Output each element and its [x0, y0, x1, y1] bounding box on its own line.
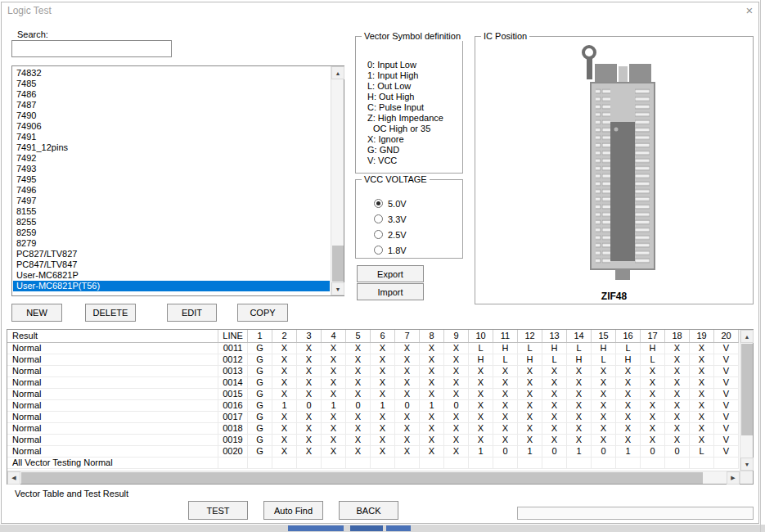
edit-button[interactable]: EDIT [167, 304, 217, 322]
column-header: 14 [567, 330, 592, 342]
table-row[interactable]: Normal0019GXXXXXXXXXXXXXXXXXXV [7, 435, 739, 446]
scrollbar-corner [740, 471, 753, 484]
table-cell: X [346, 377, 371, 388]
copy-button[interactable]: COPY [237, 304, 288, 322]
scroll-down-icon[interactable]: ▼ [740, 458, 754, 471]
scroll-thumb[interactable] [741, 344, 753, 435]
table-row[interactable]: Normal0016G10101010XXXXXXXXXXV [7, 400, 739, 412]
table-cell: X [395, 343, 420, 354]
list-item[interactable]: 8279 [13, 238, 330, 249]
ic-listbox[interactable]: 7483274857486748774907490674917491_12pin… [11, 65, 344, 296]
list-item[interactable]: 74832 [13, 68, 330, 79]
table-row[interactable]: Normal0020GXXXXXXXX101010100LV [7, 446, 739, 458]
close-icon[interactable]: × [741, 3, 758, 18]
scroll-up-icon[interactable]: ▲ [740, 330, 754, 343]
symbol-line: X: Ignore [367, 134, 443, 145]
scroll-right-icon[interactable]: ▶ [727, 471, 740, 485]
auto-find-button[interactable]: Auto Find [263, 501, 323, 520]
table-cell: G [248, 354, 272, 365]
result-table[interactable]: ResultLINE123456789101112131415161718192… [7, 329, 754, 485]
import-button[interactable]: Import [357, 283, 424, 300]
list-item[interactable]: PC847/LTV847 [13, 259, 330, 270]
list-item[interactable]: 8155 [13, 206, 330, 217]
table-row[interactable]: Normal0015GXXXXXXXXXXXXXXXXXXV [7, 389, 739, 400]
vcc-option-label: 1.8V [388, 246, 407, 255]
search-input[interactable] [11, 40, 172, 57]
table-cell: X [518, 389, 542, 399]
list-item[interactable]: 8259 [13, 228, 330, 238]
table-cell: X [322, 377, 346, 388]
list-item[interactable]: User-MC6821P [13, 270, 330, 281]
table-cell [322, 458, 346, 468]
list-item[interactable]: 7495 [13, 174, 330, 185]
list-item[interactable]: 8255 [13, 217, 330, 228]
table-caption: Vector Table and Test Result [15, 489, 128, 498]
scroll-thumb[interactable] [21, 472, 703, 484]
line-cell: 0012 [218, 354, 248, 365]
table-cell: X [493, 366, 518, 376]
scroll-up-icon[interactable]: ▲ [331, 66, 344, 79]
table-cell: G [248, 377, 272, 388]
table-cell: X [395, 446, 420, 457]
vcc-option[interactable]: 1.8V [374, 245, 407, 255]
export-button[interactable]: Export [357, 265, 424, 282]
list-item[interactable]: 7497 [13, 196, 330, 206]
list-item[interactable]: 7487 [13, 100, 330, 110]
list-item[interactable]: 7493 [13, 164, 330, 174]
table-cell [395, 458, 420, 468]
list-scrollbar[interactable]: ▲ ▼ [331, 66, 344, 295]
table-cell [218, 458, 248, 468]
list-item[interactable]: 7491_12pins [13, 142, 330, 153]
result-cell: Normal [7, 435, 218, 445]
vcc-voltage-title: VCC VOLTAGE [362, 174, 430, 184]
taskbar-sliver [0, 525, 765, 532]
table-cell: X [616, 366, 641, 376]
result-cell: Normal [7, 400, 218, 411]
list-item[interactable]: PC827/LTV827 [13, 249, 330, 259]
table-row[interactable]: Normal0013GXXXXXXXXXXXXXXXXXXV [7, 366, 739, 377]
list-item[interactable]: 7485 [13, 79, 330, 89]
vcc-option[interactable]: 3.3V [374, 214, 407, 224]
vcc-option[interactable]: 5.0V [374, 198, 407, 209]
taskbar-item[interactable] [288, 525, 344, 531]
taskbar-item[interactable] [386, 525, 411, 531]
vcc-option[interactable]: 2.5V [374, 229, 407, 240]
test-button[interactable]: TEST [188, 501, 248, 520]
table-cell [420, 458, 444, 468]
table-cell: X [567, 412, 592, 422]
list-item[interactable]: User-MC6821P(T56) [13, 281, 330, 291]
table-cell: X [518, 377, 542, 388]
progress-bar [517, 507, 754, 520]
table-cell: 1 [567, 446, 592, 457]
back-button[interactable]: BACK [339, 501, 398, 520]
table-row[interactable]: Normal0011GXXXXXXXXLHLHLHLHXXV [7, 343, 739, 354]
table-cell: V [714, 412, 739, 422]
scroll-thumb[interactable] [332, 246, 344, 282]
symbol-line: OC High or 35 [367, 124, 443, 134]
table-row[interactable]: Normal0018GXXXXXXXXXXXXXXXXXXV [7, 423, 739, 435]
scroll-left-icon[interactable]: ◀ [7, 471, 20, 485]
list-item[interactable]: 7492 [13, 153, 330, 164]
table-cell: V [714, 354, 739, 365]
table-cell: X [346, 412, 371, 422]
taskbar-item[interactable] [350, 525, 383, 531]
table-cell: X [272, 343, 297, 354]
table-row[interactable]: Normal0012GXXXXXXXXHLHLHLHLXXV [7, 354, 739, 366]
table-cell: X [395, 354, 420, 365]
list-item[interactable]: 7496 [13, 185, 330, 196]
list-item[interactable]: 7491 [13, 132, 330, 142]
table-row[interactable]: Normal0017GXXXXXXXXXXXXXXXXXXV [7, 412, 739, 423]
table-cell: X [493, 389, 518, 399]
new-button[interactable]: NEW [11, 304, 62, 322]
table-footer-text: All Vector Testing Normal [7, 458, 218, 468]
list-item[interactable]: 7486 [13, 89, 330, 100]
table-cell: X [518, 412, 542, 422]
list-item[interactable]: 74906 [13, 121, 330, 132]
delete-button[interactable]: DELETE [85, 304, 136, 322]
table-cell: 0 [542, 446, 567, 457]
table-row[interactable]: Normal0014GXXXXXXXXXXXXXXXXXXV [7, 377, 739, 389]
table-vertical-scrollbar[interactable]: ▲ ▼ [740, 330, 753, 471]
scroll-down-icon[interactable]: ▼ [331, 282, 344, 295]
list-item[interactable]: 7490 [13, 110, 330, 121]
table-horizontal-scrollbar[interactable]: ◀ ▶ [7, 471, 740, 484]
